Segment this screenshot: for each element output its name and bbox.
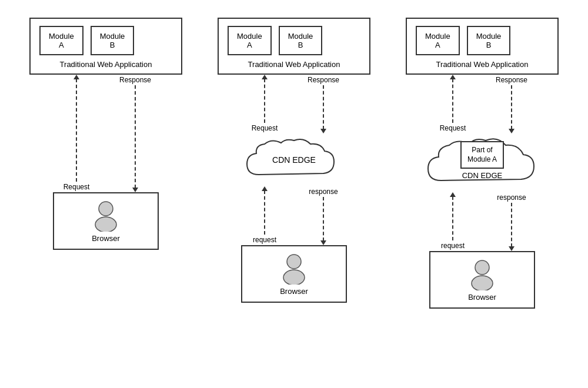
svg-point-0 bbox=[99, 202, 113, 216]
request-label-1: Request bbox=[64, 182, 90, 192]
top-request-label-2: Request bbox=[252, 123, 278, 133]
top-response-line-3 bbox=[511, 85, 512, 129]
browser-label-1: Browser bbox=[92, 234, 120, 243]
module-a-1: ModuleA bbox=[39, 26, 83, 55]
request-arrow-1: Request bbox=[62, 75, 91, 192]
response-label-1: Response bbox=[119, 75, 151, 85]
web-app-label-2: Traditional Web Application bbox=[228, 60, 360, 69]
top-request-label-3: Request bbox=[440, 123, 466, 133]
modules-row-3: ModuleA ModuleB bbox=[416, 26, 549, 55]
top-response-arrowhead-3 bbox=[509, 129, 514, 133]
svg-point-1 bbox=[95, 217, 116, 232]
top-response-arrow-3: Response bbox=[497, 75, 526, 133]
cdn-label-3: CDN EDGE bbox=[462, 171, 503, 180]
cloud-content-3: Part ofModule A CDN EDGE bbox=[460, 141, 504, 180]
response-arrowhead-1 bbox=[132, 188, 138, 192]
svg-point-2 bbox=[287, 255, 301, 269]
bot-response-line-2 bbox=[323, 197, 324, 241]
web-app-box-2: ModuleA ModuleB Traditional Web Applicat… bbox=[218, 18, 370, 75]
browser-label-2: Browser bbox=[280, 287, 308, 296]
modules-row-2: ModuleA ModuleB bbox=[228, 26, 360, 55]
browser-box-3: Browser bbox=[429, 251, 535, 309]
bot-response-arrowhead-3 bbox=[509, 246, 514, 251]
top-request-line-3 bbox=[452, 79, 453, 123]
web-app-box-1: ModuleA ModuleB Traditional Web Applicat… bbox=[29, 18, 182, 75]
top-response-label-2: Response bbox=[308, 75, 339, 85]
bot-request-label-3: request bbox=[441, 240, 465, 251]
bot-response-label-3: response bbox=[497, 192, 526, 203]
person-icon-2 bbox=[279, 252, 309, 285]
svg-point-4 bbox=[475, 260, 489, 275]
modules-row-1: ModuleA ModuleB bbox=[39, 26, 172, 55]
web-app-box-3: ModuleA ModuleB Traditional Web Applicat… bbox=[406, 18, 559, 75]
top-request-arrow-2: Request bbox=[250, 75, 279, 133]
browser-box-1: Browser bbox=[53, 192, 159, 250]
module-a-2: ModuleA bbox=[228, 26, 272, 55]
web-app-label-1: Traditional Web Application bbox=[39, 60, 172, 69]
bot-response-arrow-2: response bbox=[309, 186, 338, 245]
cdn-label-2: CDN EDGE bbox=[272, 155, 316, 165]
bot-request-line-3 bbox=[452, 196, 453, 240]
module-a-3: ModuleA bbox=[416, 26, 460, 55]
top-response-arrow-2: Response bbox=[309, 75, 338, 133]
bot-response-label-2: response bbox=[309, 186, 338, 197]
response-arrow-1: Response bbox=[121, 75, 150, 192]
top-response-arrowhead-2 bbox=[320, 129, 326, 133]
browser-label-3: Browser bbox=[468, 293, 496, 302]
top-response-line-2 bbox=[323, 85, 324, 129]
svg-point-5 bbox=[472, 276, 493, 290]
bot-response-arrow-3: response bbox=[497, 192, 526, 251]
bot-request-arrow-2: request bbox=[250, 186, 279, 245]
module-b-1: ModuleB bbox=[91, 26, 135, 55]
svg-point-3 bbox=[283, 270, 305, 285]
bot-request-label-2: request bbox=[253, 235, 276, 245]
web-app-label-3: Traditional Web Application bbox=[416, 60, 549, 69]
module-b-2: ModuleB bbox=[279, 26, 323, 55]
column-1: ModuleA ModuleB Traditional Web Applicat… bbox=[21, 18, 191, 250]
response-line-1 bbox=[135, 85, 136, 188]
module-in-cloud-3: Part ofModule A bbox=[460, 141, 504, 169]
bot-request-arrow-3: request bbox=[438, 192, 467, 251]
module-b-3: ModuleB bbox=[467, 26, 511, 55]
cdn-cloud-2: CDN EDGE bbox=[241, 133, 347, 186]
bot-response-line-3 bbox=[511, 203, 512, 247]
cloud-content-2: CDN EDGE bbox=[272, 155, 316, 165]
browser-box-2: Browser bbox=[241, 245, 347, 303]
column-2: ModuleA ModuleB Traditional Web Applicat… bbox=[209, 18, 379, 303]
person-icon-1 bbox=[91, 199, 121, 232]
bot-response-arrowhead-2 bbox=[320, 240, 326, 245]
request-line-1 bbox=[76, 79, 77, 182]
column-3: ModuleA ModuleB Traditional Web Applicat… bbox=[397, 18, 567, 309]
diagram-container: ModuleA ModuleB Traditional Web Applicat… bbox=[0, 0, 588, 388]
top-response-label-3: Response bbox=[496, 75, 527, 85]
top-request-line-2 bbox=[264, 79, 265, 123]
bot-request-line-2 bbox=[264, 190, 265, 235]
person-icon-3 bbox=[467, 258, 497, 290]
cdn-cloud-3: Part ofModule A CDN EDGE bbox=[423, 133, 541, 192]
top-request-arrow-3: Request bbox=[438, 75, 467, 133]
